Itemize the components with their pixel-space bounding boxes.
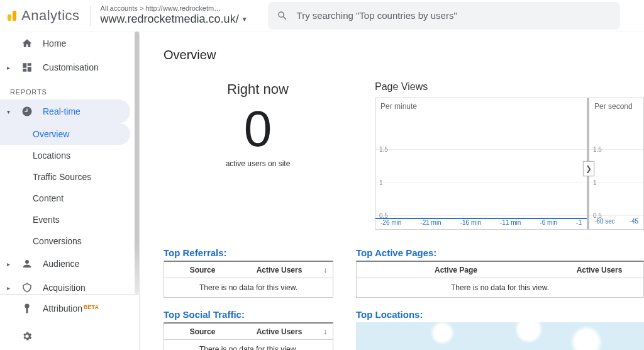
col-active-users: Active Users [555,266,643,274]
referrals-no-data: There is no data for this view. [164,278,333,297]
subnav-conversions[interactable]: Conversions [0,230,139,252]
xtick: -45 [630,218,638,229]
subnav-conversions-label: Conversions [33,236,82,246]
active-users-sub: active users on site [164,159,352,168]
top-social-title: Top Social Traffic: [164,309,333,320]
ytick: 1 [593,179,597,186]
breadcrumb: All accounts > http://www.redrocketm… [101,4,248,13]
social-no-data: There is no data for this view. [164,340,333,350]
nav-attribution-label: AttributionBETA [43,303,99,313]
subnav-overview[interactable]: Overview [0,123,130,145]
analytics-icon [8,11,16,21]
per-minute-chart: Per minute 1.5 1 0.5 -26 min -21 min -16… [375,98,587,229]
chevron-right-icon: ▸ [5,261,11,268]
subnav-events-label: Events [33,215,60,225]
sort-desc-icon[interactable]: ↓ [318,266,333,274]
property-name: www.redrocketmedia.co.uk/ ▼ [101,13,248,26]
reports-section-label: REPORTS [0,79,139,99]
subnav-overview-label: Overview [33,129,69,139]
chevron-down-icon: ▾ [5,108,11,115]
top-locations-title: Top Locations: [356,309,644,320]
subnav-locations-label: Locations [33,150,70,161]
per-second-xaxis: -60 sec -45 [589,218,643,229]
top-referrals-title: Top Referrals: [164,247,333,258]
ytick: 1.5 [593,145,602,152]
col-active-users: Active Users [241,266,318,274]
active-pages-no-data: There is no data for this view. [357,278,643,297]
nav-home[interactable]: Home [0,31,139,55]
attribution-icon [21,303,33,314]
subnav-traffic-label: Traffic Sources [33,172,91,182]
pageviews-panel: Page Views Per minute 1.5 1 0.5 -26 min … [375,81,644,230]
chart-collapse-toggle[interactable]: ❯ [583,161,594,176]
person-icon [21,258,33,269]
sidebar-bottom: AttributionBETA [0,294,139,350]
clock-icon [21,106,33,117]
chevron-right-icon: ▸ [5,64,11,71]
pageviews-charts: Per minute 1.5 1 0.5 -26 min -21 min -16… [375,98,644,230]
ytick: 1.5 [379,145,388,152]
top-social-card: Top Social Traffic: Source Active Users … [164,309,333,350]
page-title: Overview [164,48,644,62]
caret-down-icon: ▼ [242,16,248,23]
right-now-panel: Right now 0 active users on site [164,81,352,230]
chevron-right-icon: ▸ [5,285,11,291]
top-active-pages-card: Top Active Pages: Active Page Active Use… [356,247,644,350]
top-active-pages-title: Top Active Pages: [356,247,644,258]
main-content: Overview Right now 0 active users on sit… [140,31,644,350]
nav-audience-label: Audience [43,259,79,269]
property-name-text: www.redrocketmedia.co.uk/ [101,13,239,26]
search-icon [277,10,288,21]
search-input[interactable]: Try searching "Top countries by users" [268,2,620,30]
nav-audience[interactable]: ▸ Audience [0,252,139,276]
col-active-page: Active Page [357,266,555,274]
home-icon [21,38,33,49]
col-source: Source [164,266,241,274]
pageviews-title: Page Views [375,81,644,93]
sort-desc-icon[interactable]: ↓ [318,327,333,336]
per-second-label: Per second [589,98,643,115]
subnav-content-label: Content [33,193,64,203]
per-minute-label: Per minute [375,98,587,115]
subnav-locations[interactable]: Locations [0,145,139,166]
nav-customisation-label: Customisation [43,62,99,72]
property-selector[interactable]: All accounts > http://www.redrocketm… ww… [101,4,248,26]
nav-acquisition-label: Acquisition [43,283,86,293]
referrals-header[interactable]: Source Active Users ↓ [164,262,333,278]
beta-badge: BETA [84,304,99,310]
top-referrals-card: Top Referrals: Source Active Users ↓ The… [164,247,333,298]
nav-admin[interactable] [0,322,139,350]
per-second-chart: ❯ Per second 1.5 1 0.5 -60 sec -45 [587,98,643,229]
nav-customisation[interactable]: ▸ Customisation [0,55,139,79]
divider [90,6,91,26]
xtick: -6 min [540,219,557,229]
nav-realtime[interactable]: ▾ Real-time [0,99,130,123]
active-users-count: 0 [164,104,352,154]
ytick: 1 [379,179,383,186]
xtick: -26 min [380,219,401,229]
xtick: -60 sec [594,218,615,229]
subnav-traffic-sources[interactable]: Traffic Sources [0,166,139,188]
subnav-events[interactable]: Events [0,209,139,230]
app-header: Analytics All accounts > http://www.redr… [0,0,644,31]
gear-icon [21,330,33,342]
nav-realtime-label: Real-time [43,106,80,116]
col-active-users: Active Users [241,327,318,336]
search-placeholder: Try searching "Top countries by users" [297,10,457,21]
nav-home-label: Home [43,38,66,48]
xtick: -1 [576,219,582,229]
acquisition-icon [21,282,33,293]
dashboard-icon [21,62,33,73]
nav-attribution[interactable]: AttributionBETA [0,295,139,322]
per-minute-xaxis: -26 min -21 min -16 min -11 min -6 min -… [375,218,587,229]
col-source: Source [164,327,241,336]
xtick: -21 min [420,219,441,229]
active-pages-header[interactable]: Active Page Active Users [357,262,643,278]
sidebar: Home ▸ Customisation REPORTS ▾ Real-time… [0,31,140,350]
xtick: -16 min [460,219,481,229]
subnav-content[interactable]: Content [0,188,139,209]
nav-acquisition[interactable]: ▸ Acquisition [0,276,139,294]
app-name: Analytics [21,8,80,24]
social-header[interactable]: Source Active Users ↓ [164,324,333,340]
locations-map [356,322,644,350]
